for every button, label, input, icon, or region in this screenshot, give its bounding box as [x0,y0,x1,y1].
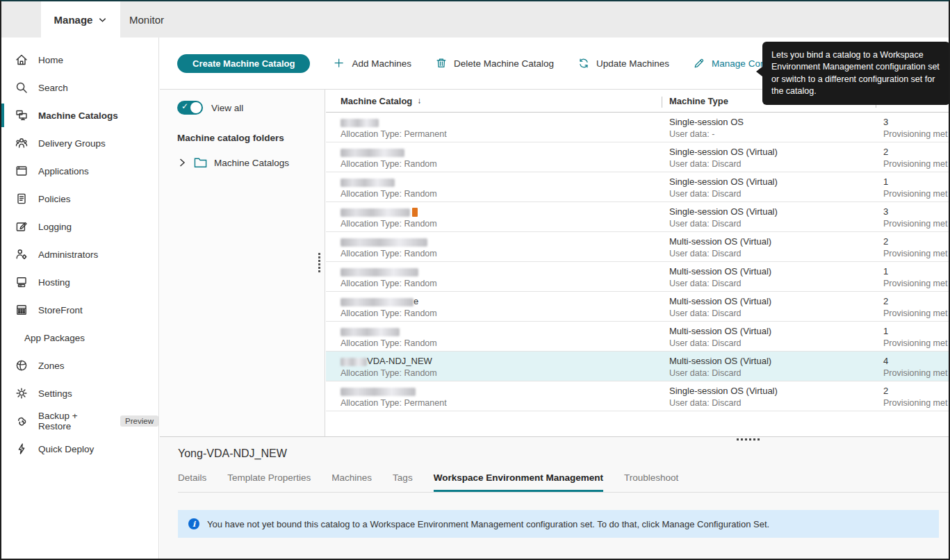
sidebar-item-search[interactable]: Search [1,74,158,101]
sidebar-item-home[interactable]: Home [1,46,158,74]
table-row[interactable]: Allocation Type: RandomMulti-session OS … [326,232,949,262]
sidebar-item-app-packages[interactable]: App Packages [1,324,158,352]
machine-count-text: 3 [883,206,949,218]
provisioning-text: Provisioning met [883,248,949,260]
sidebar-item-machine-catalogs[interactable]: Machine Catalogs [1,101,158,129]
tab-tags[interactable]: Tags [393,472,413,492]
folders-title: Machine catalog folders [177,133,325,143]
sidebar-item-label: StoreFront [38,305,83,315]
table-row[interactable]: Allocation Type: PermanentSingle-session… [326,381,949,411]
info-banner-text: You have not yet bound this catalog to a… [207,519,769,529]
table-row[interactable]: Allocation Type: RandomSingle-session OS… [326,172,949,202]
user-data-text: User data: Discard [669,188,876,200]
update-machines-button[interactable]: Update Machines [578,57,669,69]
logging-icon [15,220,28,233]
sidebar-item-quick-deploy[interactable]: Quick Deploy [1,435,158,463]
table-row[interactable]: Allocation Type: RandomMulti-session OS … [326,262,949,292]
table-row[interactable]: Allocation Type: RandomSingle-session OS… [326,202,949,232]
tooltip-text: Lets you bind a catalog to a Workspace E… [771,50,940,96]
view-all-toggle[interactable]: ✓ [177,101,203,115]
machine-type-text: Multi-session OS (Virtual) [669,265,876,278]
create-machine-catalog-button[interactable]: Create Machine Catalog [177,54,310,73]
machine-type-text: Multi-session OS (Virtual) [669,355,876,368]
table-row[interactable]: VDA-NDJ_NEWAllocation Type: RandomMulti-… [326,352,949,381]
view-all-row: ✓ View all [177,101,325,115]
details-panel: Yong-VDA-NDJ_NEW DetailsTemplate Propert… [160,436,949,559]
manage-tab-label: Manage [54,14,93,26]
panel-height-resize-handle[interactable] [737,438,760,440]
catalog-name-text: e [413,296,418,306]
sidebar-item-policies[interactable]: Policies [1,185,158,213]
machine-count-text: 4 [883,355,949,368]
search-icon [15,81,28,94]
monitor-tab[interactable]: Monitor [129,1,164,38]
administrators-icon [15,247,28,261]
sidebar-item-label: Settings [38,388,72,399]
manage-configuration-set-tooltip: Lets you bind a catalog to a Workspace E… [762,42,950,105]
sidebar-item-label: Zones [38,361,65,371]
redacted-catalog-name [341,208,410,217]
sidebar-item-administrators[interactable]: Administrators [1,240,158,268]
view-all-label: View all [211,103,243,113]
applications-icon [15,164,28,178]
sidebar-item-applications[interactable]: Applications [1,157,158,185]
tab-workspace-environment-management[interactable]: Workspace Environment Management [434,472,603,492]
table-row[interactable]: Allocation Type: RandomSingle-session OS… [326,142,949,172]
sidebar-item-label: Machine Catalogs [38,110,118,121]
tab-template-properties[interactable]: Template Properties [227,472,311,492]
allocation-type-text: Allocation Type: Permanent [341,397,662,409]
tab-machines[interactable]: Machines [331,472,372,492]
toolbar-action-label: Update Machines [596,58,669,69]
provisioning-text: Provisioning met [883,158,949,170]
sidebar-item-storefront[interactable]: StoreFront [1,296,158,324]
allocation-type-text: Allocation Type: Random [341,158,662,170]
sidebar-item-hosting[interactable]: Hosting [1,268,158,296]
info-banner: i You have not yet bound this catalog to… [178,510,939,538]
sidebar-item-label: Quick Deploy [38,444,94,454]
folder-machine-catalogs[interactable]: Machine Catalogs [177,157,325,168]
sidebar-item-logging[interactable]: Logging [1,213,158,240]
sidebar-item-label: App Packages [24,333,85,343]
column-header-machine-catalog[interactable]: Machine Catalog ↓ [326,96,662,106]
sidebar-item-backup-restore[interactable]: Backup + RestorePreview [1,407,158,435]
provisioning-text: Provisioning met [883,188,949,200]
table-row[interactable]: eAllocation Type: RandomMulti-session OS… [326,292,949,322]
machine-count-text: 2 [883,295,949,308]
add-machines-button[interactable]: Add Machines [334,58,411,69]
sidebar-item-delivery-groups[interactable]: Delivery Groups [1,129,158,157]
table-row[interactable]: Allocation Type: PermanentSingle-session… [326,113,949,142]
sidebar-nav: HomeSearchMachine CatalogsDelivery Group… [1,38,159,559]
tab-details[interactable]: Details [178,472,206,492]
user-data-text: User data: Discard [669,218,876,230]
machine-type-text: Multi-session OS (Virtual) [669,236,876,248]
tab-troubleshoot[interactable]: Troubleshoot [624,472,678,492]
machine-count-text: 3 [883,116,949,129]
user-data-text: User data: - [669,129,876,140]
machine-type-text: Single-session OS (Virtual) [669,385,876,397]
machine-count-text: 1 [883,176,949,188]
manage-tab[interactable]: Manage [41,1,120,38]
machine-type-text: Single-session OS (Virtual) [669,206,876,218]
panel-resize-handle[interactable] [318,253,320,272]
sidebar-item-settings[interactable]: Settings [1,379,158,407]
hosting-icon [15,275,28,289]
provisioning-text: Provisioning met [883,129,949,140]
sidebar-item-label: Policies [38,194,71,204]
user-data-text: User data: Discard [669,248,876,260]
table-body: Allocation Type: PermanentSingle-session… [326,113,949,411]
sidebar-item-zones[interactable]: Zones [1,352,158,379]
delete-machine-catalog-button[interactable]: Delete Machine Catalog [435,57,554,69]
redacted-catalog-name [341,179,395,187]
provisioning-text: Provisioning met [883,278,949,290]
chevron-down-icon [98,15,107,24]
user-data-text: User data: Discard [669,308,876,320]
backup-restore-icon [15,414,28,428]
redacted-catalog-name [341,328,400,336]
provisioning-text: Provisioning met [883,338,949,349]
user-data-text: User data: Discard [669,368,876,379]
allocation-type-text: Allocation Type: Random [341,188,662,200]
table-row[interactable]: Allocation Type: RandomMulti-session OS … [326,322,949,352]
monitor-tab-label: Monitor [129,14,164,26]
allocation-type-text: Allocation Type: Random [341,218,662,230]
folder-label: Machine Catalogs [214,158,289,168]
